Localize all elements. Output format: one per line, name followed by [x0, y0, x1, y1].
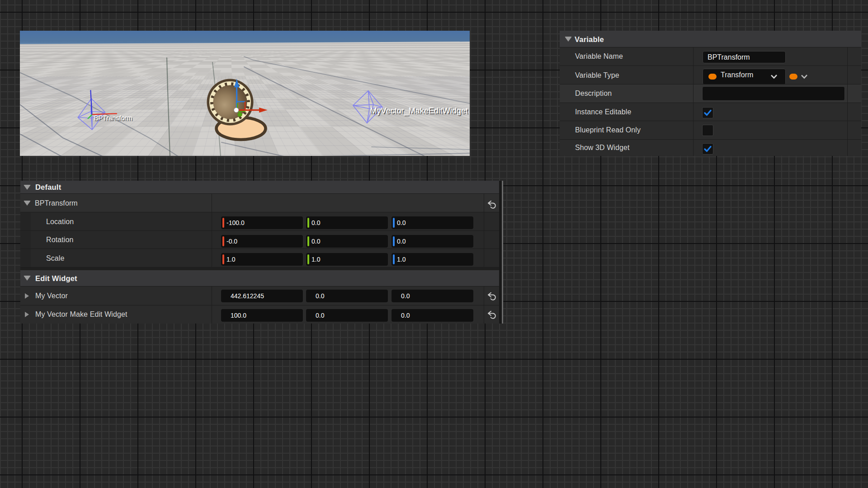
svg-text:MyVector_MakeEditWidget: MyVector_MakeEditWidget — [370, 106, 468, 116]
svg-text:BPTransform: BPTransform — [94, 114, 132, 122]
